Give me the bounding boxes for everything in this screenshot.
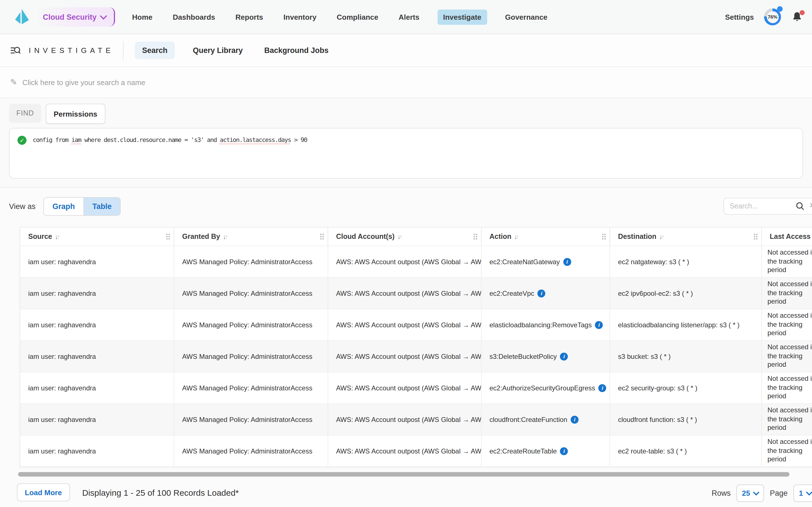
- info-icon[interactable]: i: [538, 289, 546, 297]
- info-icon[interactable]: i: [560, 447, 568, 455]
- sort-icon[interactable]: ↓↑: [514, 233, 518, 240]
- cell-last_access: Not accessed in the tracking period: [761, 436, 812, 466]
- table-footer: Load More Displaying 1 - 25 of 100 Recor…: [0, 476, 812, 501]
- cell-action: s3:DeleteBucketPolicyi: [481, 341, 610, 372]
- cell-text: AWS: AWS Account outpost (AWS Global → A…: [336, 352, 481, 360]
- chevron-down-icon: [806, 489, 812, 496]
- load-more-button[interactable]: Load More: [17, 483, 70, 501]
- chevron-down-icon: [753, 489, 760, 496]
- progress-status-dot: [777, 6, 783, 12]
- rows-per-page-select[interactable]: 25: [737, 485, 764, 502]
- info-icon[interactable]: i: [571, 415, 578, 424]
- cell-text: elasticloadbalancing listener/app: s3 ( …: [618, 321, 740, 329]
- table-body: iam user: raghavendraAWS Managed Policy:…: [20, 245, 812, 466]
- drag-handle-icon[interactable]: [473, 233, 477, 240]
- cell-destination: ec2 security-group: s3 ( * ): [610, 372, 761, 403]
- cell-granted_by: AWS Managed Policy: AdministratorAccess: [174, 372, 327, 403]
- topnav-item-home[interactable]: Home: [130, 9, 155, 24]
- last-access-text: Not accessed in the tracking period: [767, 312, 812, 338]
- table-row[interactable]: iam user: raghavendraAWS Managed Policy:…: [20, 277, 812, 309]
- cell-text: elasticloadbalancing:RemoveTags: [490, 321, 592, 329]
- info-icon[interactable]: i: [599, 384, 606, 392]
- subnav-tab-query-library[interactable]: Query Library: [190, 42, 246, 59]
- permissions-chip[interactable]: Permissions: [46, 104, 105, 124]
- sort-icon[interactable]: ↓↑: [659, 233, 663, 240]
- topnav-item-governance[interactable]: Governance: [503, 9, 550, 24]
- topnav-item-compliance[interactable]: Compliance: [335, 9, 380, 24]
- cell-text: s3 bucket: s3 ( * ): [618, 352, 671, 360]
- topnav-item-reports[interactable]: Reports: [233, 9, 265, 24]
- cell-cloud_accounts: AWS: AWS Account outpost (AWS Global → A…: [327, 436, 481, 466]
- progress-ring[interactable]: 76%: [764, 8, 781, 25]
- table-row[interactable]: iam user: raghavendraAWS Managed Policy:…: [20, 435, 812, 466]
- results-controls: View as GraphTable ✕: [0, 195, 812, 217]
- cell-text: ec2:AuthorizeSecurityGroupEgress: [490, 384, 595, 392]
- drag-handle-icon[interactable]: [753, 233, 758, 240]
- column-label: Action: [490, 233, 511, 240]
- app-root: Cloud Security HomeDashboardsReportsInve…: [0, 0, 812, 507]
- page-title: INVESTIGATE: [29, 46, 114, 55]
- table-row[interactable]: iam user: raghavendraAWS Managed Policy:…: [20, 245, 812, 277]
- search-icon[interactable]: [796, 202, 805, 213]
- last-access-text: Not accessed in the tracking period: [767, 280, 812, 306]
- table-row[interactable]: iam user: raghavendraAWS Managed Policy:…: [20, 340, 812, 372]
- product-name: Cloud Security: [43, 13, 97, 21]
- brand-logo-icon[interactable]: [13, 8, 31, 25]
- search-name-field[interactable]: ✎ Click here to give your search a name: [0, 67, 812, 98]
- cell-text: iam user: raghavendra: [28, 321, 96, 329]
- view-toggle: GraphTable: [43, 197, 121, 216]
- investigate-menu-icon[interactable]: [10, 46, 21, 55]
- cell-cloud_accounts: AWS: AWS Account outpost (AWS Global → A…: [327, 278, 481, 309]
- table-header-row: Source↓↑Granted By↓↑Cloud Account(s)↓↑Ac…: [20, 228, 812, 245]
- cell-text: iam user: raghavendra: [28, 258, 96, 266]
- cell-action: ec2:CreateNatGatewayi: [481, 246, 610, 277]
- cell-cloud_accounts: AWS: AWS Account outpost (AWS Global → A…: [327, 372, 481, 403]
- subnav-tab-search[interactable]: Search: [135, 42, 175, 59]
- cell-text: cloudfront function: s3 ( * ): [618, 415, 697, 424]
- scrollbar-thumb[interactable]: [18, 472, 790, 476]
- clear-search-icon[interactable]: ✕: [809, 201, 812, 210]
- sort-icon[interactable]: ↓↑: [397, 233, 401, 240]
- last-access-text: Not accessed in the tracking period: [767, 375, 812, 401]
- cell-text: iam user: raghavendra: [28, 384, 96, 392]
- info-icon[interactable]: i: [595, 321, 603, 329]
- table-row[interactable]: iam user: raghavendraAWS Managed Policy:…: [20, 309, 812, 340]
- query-editor[interactable]: ✓ config from iam where dest.cloud.resou…: [9, 128, 803, 179]
- view-toggle-table[interactable]: Table: [84, 198, 120, 215]
- cell-text: ec2 route-table: s3 ( * ): [618, 447, 687, 455]
- topnav-item-inventory[interactable]: Inventory: [281, 9, 319, 24]
- notifications-button[interactable]: [791, 11, 803, 23]
- page-select[interactable]: 1: [794, 485, 812, 502]
- cell-action: elasticloadbalancing:RemoveTagsi: [481, 309, 610, 340]
- drag-handle-icon[interactable]: [320, 233, 324, 240]
- view-toggle-graph[interactable]: Graph: [44, 198, 84, 215]
- info-icon[interactable]: i: [560, 352, 568, 360]
- cell-source: iam user: raghavendra: [20, 436, 174, 466]
- progress-value: 76%: [767, 11, 778, 23]
- topnav-item-dashboards[interactable]: Dashboards: [170, 9, 217, 24]
- horizontal-scrollbar[interactable]: [18, 472, 795, 476]
- cell-granted_by: AWS Managed Policy: AdministratorAccess: [174, 278, 327, 309]
- last-access-text: Not accessed in the tracking period: [767, 438, 812, 464]
- drag-handle-icon[interactable]: [602, 233, 606, 240]
- column-label: Cloud Account(s): [336, 233, 395, 240]
- topnav-item-investigate[interactable]: Investigate: [437, 9, 487, 24]
- settings-button[interactable]: Settings: [725, 13, 754, 21]
- table-row[interactable]: iam user: raghavendraAWS Managed Policy:…: [20, 403, 812, 435]
- subnav-tab-background-jobs[interactable]: Background Jobs: [261, 42, 332, 59]
- sort-icon[interactable]: ↓↑: [223, 233, 227, 240]
- cell-text: cloudfront:CreateFunction: [490, 415, 567, 424]
- cell-source: iam user: raghavendra: [20, 372, 174, 403]
- cell-text: ec2 ipv6pool-ec2: s3 ( * ): [618, 289, 693, 297]
- product-switcher[interactable]: Cloud Security: [37, 7, 115, 26]
- cell-last_access: Not accessed in the tracking period: [761, 278, 812, 309]
- query-section: FIND Permissions ✓ config from iam where…: [0, 98, 812, 187]
- drag-handle-icon[interactable]: [166, 233, 170, 240]
- cell-text: ec2:CreateNatGateway: [490, 258, 560, 266]
- topnav-item-alerts[interactable]: Alerts: [396, 9, 422, 24]
- cell-action: ec2:CreateVpci: [481, 278, 610, 309]
- sort-icon[interactable]: ↓↑: [55, 233, 59, 240]
- info-icon[interactable]: i: [563, 258, 571, 266]
- table-row[interactable]: iam user: raghavendraAWS Managed Policy:…: [20, 372, 812, 403]
- cell-source: iam user: raghavendra: [20, 341, 174, 372]
